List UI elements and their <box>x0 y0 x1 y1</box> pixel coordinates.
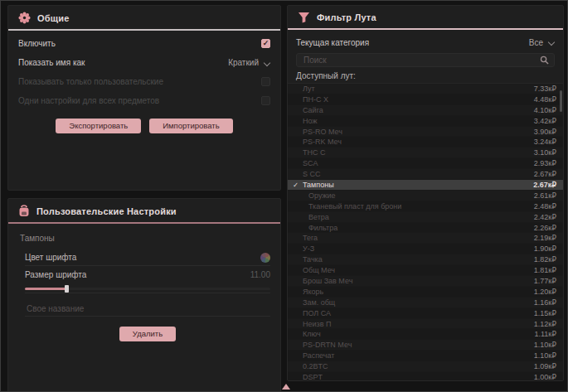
list-item[interactable]: Ветра2.42к₽ <box>288 212 563 223</box>
enable-label: Включить <box>18 39 56 48</box>
list-item[interactable]: Сайга4.10к₽ <box>288 105 563 116</box>
list-item[interactable]: DSPT1.00к₽ <box>288 372 563 381</box>
filter-panel-header: Фильтр Лута <box>288 6 563 28</box>
item-name: 0.2BTC <box>303 362 534 370</box>
general-panel: Общие Включить ✓ Показать имя как Кратки… <box>7 5 281 191</box>
check-icon: ✓ <box>293 181 303 189</box>
same-settings-row: Одни настройки для всех предметов <box>18 91 270 110</box>
search-box <box>296 53 555 67</box>
item-name: DSPT <box>303 373 534 381</box>
list-item[interactable]: 0.2BTC1.09к₽ <box>288 361 563 372</box>
item-name: Распечат <box>303 351 534 360</box>
item-value: 3.24к₽ <box>534 138 556 146</box>
item-name: PS-DRTN Меч <box>303 341 534 349</box>
list-item[interactable]: Фильтра2.26к₽ <box>288 223 563 234</box>
import-button[interactable]: Импортировать <box>149 119 232 133</box>
enable-checkbox[interactable]: ✓ <box>261 39 270 48</box>
item-name: Тампоны <box>303 181 533 189</box>
gear-icon <box>18 12 31 24</box>
list-item[interactable]: Нож3.42к₽ <box>288 116 563 127</box>
search-input[interactable] <box>302 55 540 65</box>
item-name: PS-RK Меч <box>303 138 534 146</box>
same-settings-checkbox[interactable] <box>261 96 270 105</box>
item-value: 1.12к₽ <box>534 320 556 328</box>
font-size-row: Размер шрифта 11.00 <box>25 266 270 283</box>
custom-name-field-wrap <box>25 302 270 317</box>
font-color-label: Цвет шрифта <box>25 253 76 262</box>
item-value: 3.10к₽ <box>534 148 556 157</box>
item-name: Нож <box>303 117 534 125</box>
item-value: 1.90к₽ <box>534 244 556 253</box>
list-item[interactable]: PS-RO Меч3.90к₽ <box>288 127 563 138</box>
list-item[interactable]: Тканевый пласт для брони2.48к₽ <box>288 201 563 212</box>
list-item[interactable]: Зам. общ1.16к₽ <box>288 298 563 308</box>
list-item[interactable]: Тега2.19к₽ <box>288 233 563 244</box>
search-icon[interactable] <box>540 56 549 65</box>
item-name: Ключ <box>303 330 534 338</box>
category-row: Текущая категория Все <box>296 33 555 51</box>
item-name: Тачка <box>303 255 534 264</box>
item-value: 2.48к₽ <box>534 202 556 211</box>
item-value: 1.10к₽ <box>534 351 556 360</box>
item-name: SCA <box>303 159 534 167</box>
list-item[interactable]: PS-DRTN Меч1.10к₽ <box>288 340 563 351</box>
selected-item-name: Тампоны <box>20 234 270 243</box>
font-size-slider[interactable] <box>25 285 270 293</box>
item-name: Лут <box>303 85 534 93</box>
only-custom-checkbox[interactable] <box>261 77 270 86</box>
list-item[interactable]: Неизв П1.12к₽ <box>288 319 563 330</box>
general-panel-header: Общие <box>8 6 280 29</box>
custom-name-input[interactable] <box>25 303 270 314</box>
item-name: Оружие <box>303 191 534 200</box>
item-value: 1.11к₽ <box>534 330 556 338</box>
item-value: 3.90к₽ <box>534 128 556 136</box>
list-item[interactable]: Брош Зав Меч1.77к₽ <box>288 276 563 287</box>
list-item[interactable]: Оружие2.61к₽ <box>288 191 563 201</box>
list-item[interactable]: Ключ1.11к₽ <box>288 329 563 340</box>
list-item[interactable]: Лут7.33к₽ <box>288 84 563 94</box>
delete-button[interactable]: Удалить <box>119 327 176 341</box>
list-item[interactable]: ПОЛ СА1.15к₽ <box>288 308 563 319</box>
list-item[interactable]: SCA2.93к₽ <box>288 158 563 169</box>
slider-handle[interactable] <box>65 285 69 293</box>
item-value: 7.33к₽ <box>534 85 556 93</box>
category-value: Все <box>529 38 543 47</box>
list-item[interactable]: Тачка1.82к₽ <box>288 254 563 265</box>
list-item[interactable]: Общ Меч1.81к₽ <box>288 265 563 276</box>
list-item[interactable]: Якорь1.20к₽ <box>288 287 563 298</box>
item-name: ПОЛ СА <box>303 309 534 317</box>
list-item[interactable]: ПН-С Х4.48к₽ <box>288 94 563 105</box>
list-item[interactable]: PS-RK Меч3.24к₽ <box>288 137 563 148</box>
item-name: Неизв П <box>303 320 534 328</box>
color-wheel-icon[interactable] <box>260 253 270 263</box>
item-value: 1.20к₽ <box>534 288 556 296</box>
item-value: 1.09к₽ <box>534 362 556 370</box>
scrollbar-thumb[interactable] <box>560 90 562 112</box>
show-name-dropdown[interactable]: Краткий <box>228 58 270 67</box>
mod-settings-window: Общие Включить ✓ Показать имя как Кратки… <box>0 0 568 392</box>
item-value: 1.10к₽ <box>534 341 556 349</box>
item-name: S CC <box>303 170 534 178</box>
list-item[interactable]: ✓Тампоны2.67к₽ <box>288 180 563 191</box>
resize-handle-icon[interactable] <box>282 384 290 390</box>
item-value: 2.67к₽ <box>534 170 556 178</box>
list-item[interactable]: S CC2.67к₽ <box>288 169 563 180</box>
item-value: 1.82к₽ <box>534 255 556 264</box>
item-value: 3.42к₽ <box>534 117 556 125</box>
loot-list: Лут7.33к₽ПН-С Х4.48к₽Сайга4.10к₽Нож3.42к… <box>288 83 563 381</box>
export-button[interactable]: Экспортировать <box>56 119 141 133</box>
item-value: 1.16к₽ <box>534 298 556 307</box>
list-item[interactable]: Распечат1.10к₽ <box>288 351 563 361</box>
item-name: ТНС С <box>303 148 534 157</box>
custom-settings-panel: Пользовательские Настройки Тампоны Цвет … <box>7 198 281 392</box>
item-name: Брош Зав Меч <box>303 277 534 285</box>
item-value: 1.77к₽ <box>534 277 556 285</box>
category-dropdown[interactable]: Все <box>529 38 555 47</box>
item-value: 2.19к₽ <box>534 234 556 242</box>
list-item[interactable]: ТНС С3.10к₽ <box>288 148 563 158</box>
chevron-down-icon <box>548 39 555 46</box>
item-value: 1.15к₽ <box>534 309 556 317</box>
slider-fill <box>25 288 66 290</box>
panel-title: Пользовательские Настройки <box>36 206 177 216</box>
list-item[interactable]: У-З1.90к₽ <box>288 244 563 254</box>
